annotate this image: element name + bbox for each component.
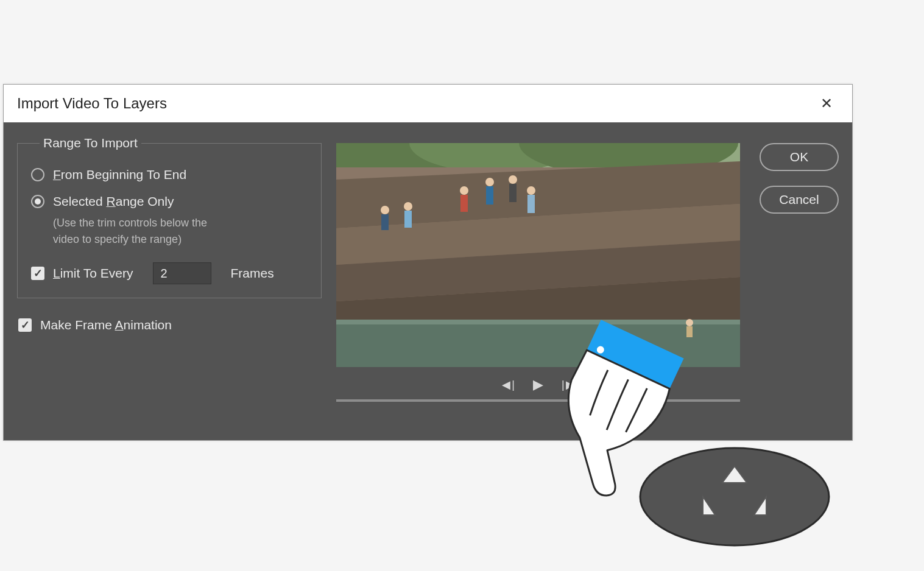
svg-marker-26: [722, 466, 747, 483]
svg-rect-24: [686, 326, 693, 337]
dialog-title: Import Video To Layers: [17, 95, 167, 112]
svg-rect-16: [460, 195, 468, 212]
svg-marker-28: [754, 497, 766, 515]
svg-point-25: [640, 448, 829, 545]
svg-point-13: [404, 202, 412, 211]
svg-rect-10: [336, 320, 740, 324]
svg-rect-20: [509, 184, 517, 202]
limit-checkbox[interactable]: [31, 267, 44, 280]
cancel-button[interactable]: Cancel: [760, 186, 839, 214]
svg-rect-9: [336, 320, 740, 367]
prev-frame-button[interactable]: ◀|: [502, 378, 515, 391]
import-video-dialog: Import Video To Layers ✕ Range To Import…: [3, 84, 853, 441]
limit-label: Limit To Every: [53, 266, 133, 281]
play-button[interactable]: ▶: [533, 377, 543, 393]
transport-controls: ◀| ▶ |▶: [336, 374, 740, 395]
ok-button[interactable]: OK: [760, 143, 839, 171]
dialog-body: Range To Import From Beginning To End Se…: [4, 122, 852, 440]
svg-point-11: [381, 206, 389, 214]
make-animation-checkbox[interactable]: [18, 318, 32, 332]
radio-icon: [31, 195, 44, 208]
make-frame-animation-row[interactable]: Make Frame Animation: [18, 318, 322, 332]
video-preview: [336, 143, 740, 367]
timeline-track[interactable]: [336, 399, 740, 402]
limit-input[interactable]: [153, 262, 211, 284]
svg-rect-12: [381, 214, 389, 230]
radio-selected-range[interactable]: Selected Range Only: [31, 194, 308, 209]
svg-rect-14: [404, 211, 412, 228]
range-fieldset: Range To Import From Beginning To End Se…: [17, 136, 322, 298]
svg-point-23: [686, 319, 693, 326]
svg-marker-27: [703, 497, 715, 515]
make-animation-label: Make Frame Animation: [40, 318, 172, 332]
svg-point-15: [460, 186, 468, 195]
trim-handles-callout: [637, 445, 832, 548]
selected-range-hint: (Use the trim controls below the video t…: [53, 215, 308, 248]
frames-label: Frames: [231, 266, 274, 281]
limit-row: Limit To Every Frames: [31, 262, 308, 284]
radio-icon: [31, 168, 44, 181]
svg-point-19: [509, 175, 517, 184]
right-button-column: OK Cancel: [760, 143, 839, 214]
svg-point-17: [485, 178, 494, 186]
svg-rect-22: [527, 195, 535, 213]
radio-label: Selected Range Only: [53, 194, 174, 209]
left-panel: Range To Import From Beginning To End Se…: [17, 136, 322, 332]
svg-point-21: [527, 186, 535, 195]
range-legend: Range To Import: [40, 136, 141, 150]
radio-label: From Beginning To End: [53, 167, 186, 182]
close-icon[interactable]: ✕: [814, 93, 839, 114]
radio-from-beginning[interactable]: From Beginning To End: [31, 167, 308, 182]
next-frame-button[interactable]: |▶: [562, 378, 574, 391]
svg-rect-18: [486, 186, 493, 205]
titlebar: Import Video To Layers ✕: [4, 85, 852, 122]
